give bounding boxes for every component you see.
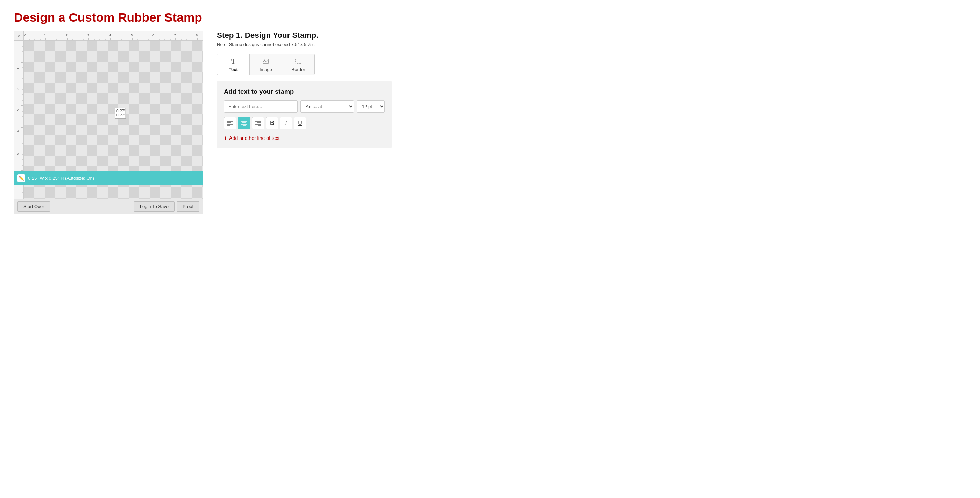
svg-text:3: 3 [16,110,19,111]
align-left-button[interactable] [224,117,236,129]
tab-image-label: Image [259,67,272,72]
element-height-label: 0.25" [116,113,124,118]
tab-image[interactable]: Image [250,54,282,75]
page-title: Design a Custom Rubber Stamp [14,11,966,24]
proof-button[interactable]: Proof [177,201,199,212]
image-tab-icon [262,58,269,65]
tab-text[interactable]: T Text [217,54,250,75]
size-select[interactable]: 8 pt 10 pt 12 pt 14 pt 16 pt 18 pt 24 pt… [357,100,385,113]
underline-button[interactable]: U [294,117,306,129]
tab-border[interactable]: Border [282,54,314,75]
login-to-save-button[interactable]: Login To Save [134,201,175,212]
plus-icon: + [224,135,227,141]
text-format-row: B I U [224,117,385,129]
canvas-bottom-bar: ✏️ 0.25" W x 0.25" H (Autosize: On) [14,171,203,185]
add-line-button[interactable]: + Add another line of text [224,135,280,141]
svg-line-81 [265,60,267,62]
svg-text:1: 1 [44,33,46,37]
italic-button[interactable]: I [280,117,293,129]
font-select[interactable]: Articulat Arial Times New Roman Courier … [301,100,354,113]
element-width-label: 0.25" [116,109,124,113]
ruler-corner: 0 [14,31,24,41]
svg-line-82 [267,60,267,61]
tool-tabs: T Text Image [217,54,315,75]
align-right-button[interactable] [252,117,264,129]
svg-rect-85 [296,59,301,63]
text-inputs-row: Articulat Arial Times New Roman Courier … [224,100,385,113]
svg-text:2: 2 [16,89,19,90]
canvas-size-label: 0.25" W x 0.25" H (Autosize: On) [28,175,94,181]
step-title: Step 1. Design Your Stamp. [217,31,392,40]
step-note: Note: Stamp designs cannot exceed 7.5" x… [217,42,392,47]
ruler-top: 0 1 2 3 4 5 6 7 8 [24,31,203,41]
border-tab-icon [295,58,301,65]
stamp-canvas[interactable]: 0 0 1 2 3 4 5 [14,31,203,199]
start-over-button[interactable]: Start Over [18,201,50,212]
svg-text:5: 5 [16,153,19,155]
svg-text:6: 6 [153,33,154,37]
text-input[interactable] [224,100,298,113]
svg-text:4: 4 [16,130,19,132]
add-text-panel: Add text to your stamp Articulat Arial T… [217,81,392,148]
pencil-icon: ✏️ [18,174,25,182]
svg-text:7: 7 [174,33,176,37]
svg-text:2: 2 [66,33,67,37]
text-tab-icon: T [231,58,235,65]
bold-button[interactable]: B [266,117,278,129]
svg-text:0: 0 [24,33,26,37]
add-text-title: Add text to your stamp [224,88,385,95]
svg-text:5: 5 [131,33,132,37]
canvas-wrapper: 0 0 1 2 3 4 5 [14,31,203,214]
main-layout: 0 0 1 2 3 4 5 [14,31,966,214]
tab-text-label: Text [229,67,238,72]
svg-point-84 [264,60,265,61]
align-center-button[interactable] [238,117,250,129]
tab-border-label: Border [291,67,305,72]
canvas-text-element[interactable]: 0.25" 0.25" [115,108,126,119]
svg-text:4: 4 [109,33,111,37]
add-line-label: Add another line of text [229,135,280,141]
svg-text:1: 1 [16,67,19,69]
canvas-buttons-row: Start Over Login To Save Proof [14,199,203,214]
right-panel: Step 1. Design Your Stamp. Note: Stamp d… [217,31,392,148]
svg-text:8: 8 [196,33,197,37]
svg-text:3: 3 [88,33,89,37]
